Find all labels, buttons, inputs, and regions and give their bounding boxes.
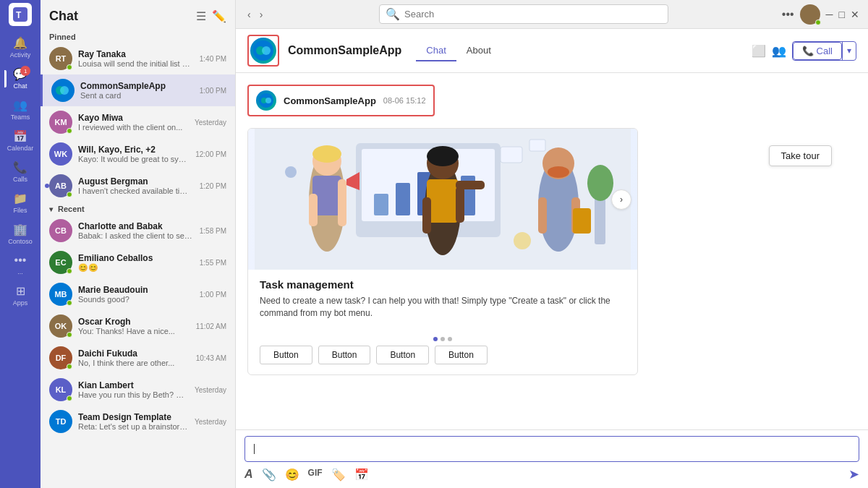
nav-arrows: ‹ › bbox=[244, 7, 265, 22]
send-button[interactable]: ➤ bbox=[848, 466, 859, 482]
svg-rect-40 bbox=[573, 208, 591, 234]
user-status-dot bbox=[815, 20, 821, 25]
sidebar-item-files[interactable]: 📁 Files bbox=[4, 187, 37, 218]
emoji-icon[interactable]: 😊 bbox=[285, 468, 299, 481]
chat-preview-will-kayo-eric: Kayo: It would be great to sync... bbox=[78, 155, 190, 163]
main-content: ‹ › 🔍 ••• ─ □ ✕ bbox=[236, 0, 868, 488]
svg-rect-30 bbox=[427, 179, 459, 223]
chat-item-kayo-miwa[interactable]: KM Kayo Miwa I reviewed with the client … bbox=[41, 106, 235, 138]
card-button-0[interactable]: Button bbox=[260, 346, 312, 364]
call-dropdown-button[interactable]: ▾ bbox=[842, 42, 856, 60]
chat-info-august-bergman: August Bergman I haven't checked availab… bbox=[78, 176, 194, 195]
format-icon[interactable]: A bbox=[244, 468, 253, 481]
chat-item-will-kayo-eric[interactable]: WK Will, Kayo, Eric, +2 Kayo: It would b… bbox=[41, 138, 235, 170]
chat-time-common-sample-app: 1:00 PM bbox=[200, 87, 226, 95]
chat-time-oscar-krogh: 11:02 AM bbox=[196, 322, 226, 330]
take-tour-button[interactable]: Take tour bbox=[769, 145, 832, 166]
back-button[interactable]: ‹ bbox=[244, 7, 254, 22]
card-next-button[interactable]: › bbox=[611, 189, 631, 210]
sidebar-icon-more: ••• bbox=[14, 254, 27, 267]
tab-about[interactable]: About bbox=[456, 40, 501, 61]
composer-tools: A 📎 😊 GIF 🏷️ 📅 bbox=[244, 468, 369, 481]
chat-name-team-design-template: Team Design Template bbox=[78, 412, 189, 422]
chat-preview-charlotte-babak: Babak: I asked the client to send... bbox=[78, 231, 194, 240]
compose-icon[interactable]: ✏️ bbox=[212, 9, 226, 23]
card-button-1[interactable]: Button bbox=[318, 346, 371, 364]
tab-chat[interactable]: Chat bbox=[416, 40, 456, 61]
chat-preview-daichi-fukuda: No, I think there are other... bbox=[78, 359, 190, 367]
svg-point-10 bbox=[265, 98, 271, 103]
chat-name-oscar-krogh: Oscar Krogh bbox=[78, 317, 190, 327]
svg-point-21 bbox=[312, 145, 341, 163]
svg-rect-14 bbox=[374, 194, 388, 215]
search-bar[interactable]: 🔍 bbox=[379, 4, 668, 24]
chat-item-kian-lambert[interactable]: KL Kian Lambert Have you run this by Bet… bbox=[41, 374, 235, 406]
chat-item-ray-tanaka[interactable]: RT Ray Tanaka Louisa will send the initi… bbox=[41, 43, 235, 74]
attach-icon[interactable]: 📎 bbox=[262, 468, 276, 481]
message-header: CommonSampleApp 08-06 15:12 bbox=[247, 85, 435, 116]
card-dots bbox=[248, 333, 637, 346]
sidebar-label-apps: Apps bbox=[13, 299, 28, 307]
sidebar: T 🔔 Activity 1 💬 Chat 👥 Teams 📅 Calendar… bbox=[0, 0, 41, 488]
search-icon: 🔍 bbox=[386, 7, 400, 21]
sidebar-item-calendar[interactable]: 📅 Calendar bbox=[4, 125, 37, 156]
giphy-icon[interactable]: GIF bbox=[308, 468, 323, 481]
chat-item-daichi-fukuda[interactable]: DF Daichi Fukuda No, I think there are o… bbox=[41, 342, 235, 374]
sidebar-label-chat: Chat bbox=[13, 82, 27, 90]
chat-item-august-bergman[interactable]: AB August Bergman I haven't checked avai… bbox=[41, 170, 235, 202]
search-input[interactable] bbox=[404, 9, 662, 20]
sidebar-item-more[interactable]: ••• ... bbox=[4, 249, 37, 280]
chat-preview-august-bergman: I haven't checked available time... bbox=[78, 187, 194, 195]
maximize-icon[interactable]: □ bbox=[839, 9, 845, 20]
sidebar-item-chat[interactable]: 1 💬 Chat bbox=[4, 63, 37, 94]
minimize-icon[interactable]: ─ bbox=[826, 9, 833, 20]
card-button-3[interactable]: Button bbox=[435, 346, 488, 364]
status-dot-oscar-krogh bbox=[67, 332, 72, 338]
chat-preview-common-sample-app: Sent a card bbox=[80, 91, 194, 100]
sidebar-item-contoso[interactable]: 🏢 Contoso bbox=[4, 218, 37, 249]
chat-preview-team-design-template: Reta: Let's set up a brainstorm... bbox=[78, 422, 189, 431]
sidebar-item-activity[interactable]: 🔔 Activity bbox=[4, 32, 37, 63]
avatar-charlotte-babak: CB bbox=[49, 219, 72, 242]
sidebar-item-teams[interactable]: 👥 Teams bbox=[4, 94, 37, 125]
sidebar-item-apps[interactable]: ⊞ Apps bbox=[4, 280, 37, 311]
svg-point-46 bbox=[285, 166, 297, 178]
more-icon[interactable]: ••• bbox=[782, 8, 794, 21]
chat-header-actions: ☰ ✏️ bbox=[196, 9, 226, 23]
sidebar-item-calls[interactable]: 📞 Calls bbox=[4, 156, 37, 187]
chat-time-kian-lambert: Yesterday bbox=[195, 386, 226, 394]
app-tabs: ChatAbout bbox=[416, 40, 501, 61]
svg-text:T: T bbox=[16, 10, 22, 20]
chat-item-charlotte-babak[interactable]: CB Charlotte and Babak Babak: I asked th… bbox=[41, 215, 235, 247]
status-dot-daichi-fukuda bbox=[67, 364, 72, 369]
status-dot-ray-tanaka bbox=[67, 64, 72, 70]
avatar-kian-lambert: KL bbox=[49, 378, 72, 401]
pinned-section-label: Pinned bbox=[41, 30, 235, 43]
composer: A 📎 😊 GIF 🏷️ 📅 ➤ bbox=[236, 429, 868, 488]
svg-rect-44 bbox=[529, 140, 545, 151]
filter-icon[interactable]: ☰ bbox=[196, 9, 206, 23]
sticker-icon[interactable]: 🏷️ bbox=[331, 468, 346, 481]
chat-item-common-sample-app[interactable]: CommonSampleApp Sent a card 1:00 PM bbox=[41, 74, 235, 106]
call-button[interactable]: 📞 Call bbox=[793, 42, 842, 60]
composer-input[interactable] bbox=[244, 436, 859, 462]
chat-panel-title: Chat bbox=[49, 9, 78, 24]
chat-time-charlotte-babak: 1:58 PM bbox=[200, 227, 226, 235]
participants-icon[interactable]: 👥 bbox=[772, 44, 786, 58]
card-button-2[interactable]: Button bbox=[376, 346, 429, 364]
forward-button[interactable]: › bbox=[257, 7, 266, 22]
chat-item-emiliano-ceballos[interactable]: EC Emiliano Ceballos 😊😊 1:55 PM bbox=[41, 247, 235, 278]
avatar-oscar-krogh: OK bbox=[49, 314, 72, 338]
chat-item-marie-beaudouin[interactable]: MB Marie Beaudouin Sounds good? 1:00 PM bbox=[41, 278, 235, 310]
chat-item-oscar-krogh[interactable]: OK Oscar Krogh You: Thanks! Have a nice.… bbox=[41, 310, 235, 342]
card-dot-1 bbox=[433, 337, 438, 341]
chat-preview-oscar-krogh: You: Thanks! Have a nice... bbox=[78, 327, 190, 335]
meeting-icon[interactable]: 📅 bbox=[354, 468, 369, 481]
close-icon[interactable]: ✕ bbox=[851, 9, 859, 20]
chat-info-ray-tanaka: Ray Tanaka Louisa will send the initial … bbox=[78, 49, 194, 68]
avatar-ray-tanaka: RT bbox=[49, 47, 72, 70]
chat-item-team-design-template[interactable]: TD Team Design Template Reta: Let's set … bbox=[41, 406, 235, 437]
popout-icon[interactable]: ⬜ bbox=[752, 44, 766, 58]
app-logo-container bbox=[247, 35, 279, 67]
teams-logo[interactable]: T bbox=[9, 3, 32, 26]
